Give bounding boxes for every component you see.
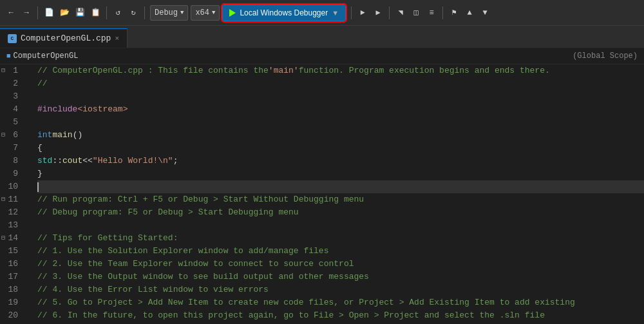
line-number-16: 16 bbox=[0, 258, 24, 271]
line-number-18: 18 bbox=[0, 283, 24, 296]
active-tab[interactable]: C ComputerOpenGL.cpp × bbox=[0, 28, 128, 48]
line-number-5: 5 bbox=[0, 116, 24, 129]
breadcrumb-item: ■ ComputerOpenGL bbox=[6, 52, 78, 61]
panel-icon[interactable]: ≡ bbox=[424, 6, 439, 20]
code-line-10 bbox=[37, 180, 644, 193]
line-number-3: 3 bbox=[0, 90, 24, 103]
code-line-18: // 4. Use the Error List window to view … bbox=[37, 283, 644, 296]
step-over-icon[interactable]: ► bbox=[355, 6, 370, 20]
debug-button-label: Local Windows Debugger bbox=[240, 8, 328, 17]
breadcrumb-bar: ■ ComputerOpenGL (Global Scope) bbox=[0, 48, 644, 64]
prev-bookmark-icon[interactable]: ▲ bbox=[462, 6, 477, 20]
debug-dropdown-arrow[interactable]: ▼ bbox=[332, 9, 339, 17]
redo-icon[interactable]: ↻ bbox=[126, 6, 140, 20]
undo-icon[interactable]: ↺ bbox=[111, 6, 125, 20]
bookmark-icon[interactable]: ⚑ bbox=[447, 6, 461, 20]
save-all-icon[interactable]: 📋 bbox=[88, 6, 102, 20]
line-number-19: 19 bbox=[0, 296, 24, 309]
open-icon[interactable]: 📂 bbox=[57, 6, 71, 20]
code-line-9: } bbox=[37, 167, 644, 180]
code-line-19: // 5. Go to Project > Add New Item to cr… bbox=[37, 296, 644, 309]
line-number-11: ⊟11 bbox=[0, 193, 24, 206]
code-line-16: // 2. Use the Team Explorer window to co… bbox=[37, 258, 644, 271]
new-file-icon[interactable]: 📄 bbox=[42, 6, 56, 20]
line-number-8: 8 bbox=[0, 155, 24, 167]
play-icon bbox=[229, 9, 236, 17]
code-line-2: // bbox=[37, 77, 644, 90]
code-line-15: // 1. Use the Solution Explorer window t… bbox=[37, 245, 644, 258]
code-line-7: { bbox=[37, 142, 644, 155]
line-number-6: ⊟6 bbox=[0, 129, 24, 142]
line-number-10: 10 bbox=[0, 180, 24, 193]
next-bookmark-icon[interactable]: ▼ bbox=[478, 6, 492, 20]
code-line-20: // 6. In the future, to open this projec… bbox=[37, 309, 644, 322]
line-number-14: ⊟14 bbox=[0, 232, 24, 245]
layout-icon[interactable]: ◥ bbox=[393, 6, 408, 20]
code-line-8: std::cout << "Hello World!\n"; bbox=[37, 155, 644, 167]
code-area: ⊟12345⊟678910⊟111213⊟1415161718192021 //… bbox=[0, 64, 644, 324]
code-line-11: // Run program: Ctrl + F5 or Debug > Sta… bbox=[37, 193, 644, 206]
back-icon[interactable]: ← bbox=[4, 6, 18, 20]
toolbar-right-icons: ► ▶ ◥ ◫ ≡ ⚑ ▲ ▼ bbox=[348, 6, 492, 20]
sep3 bbox=[144, 6, 145, 19]
line-number-2: 2 bbox=[0, 77, 24, 90]
code-line-4: #include <iostream> bbox=[37, 103, 644, 116]
code-line-6: int main() bbox=[37, 129, 644, 142]
code-line-1: // ComputerOpenGL.cpp : This file contai… bbox=[37, 64, 644, 77]
code-line-12: // Debug program: F5 or Debug > Start De… bbox=[37, 206, 644, 219]
split-icon[interactable]: ◫ bbox=[409, 6, 423, 20]
code-line-13 bbox=[37, 219, 644, 232]
code-line-3 bbox=[37, 90, 644, 103]
debug-config-dropdown[interactable]: Debug ▼ bbox=[150, 5, 188, 21]
line-number-17: 17 bbox=[0, 271, 24, 283]
line-number-15: 15 bbox=[0, 245, 24, 258]
breadcrumb-icon: ■ bbox=[6, 52, 11, 60]
line-number-9: 9 bbox=[0, 167, 24, 180]
toolbar-left-icons: ← → 📄 📂 💾 📋 ↺ ↻ bbox=[4, 6, 147, 20]
line-number-7: 7 bbox=[0, 142, 24, 155]
tab-filename: ComputerOpenGL.cpp bbox=[21, 33, 111, 43]
code-content[interactable]: // ComputerOpenGL.cpp : This file contai… bbox=[32, 64, 644, 324]
sep2 bbox=[106, 6, 107, 19]
breadcrumb-label[interactable]: ComputerOpenGL bbox=[14, 52, 79, 61]
line-numbers: ⊟12345⊟678910⊟111213⊟1415161718192021 bbox=[0, 64, 32, 324]
debug-config-arrow: ▼ bbox=[180, 10, 184, 16]
save-icon[interactable]: 💾 bbox=[73, 6, 87, 20]
text-cursor bbox=[37, 182, 39, 192]
arch-label: x64 bbox=[195, 8, 209, 17]
code-line-14: // Tips for Getting Started: bbox=[37, 232, 644, 245]
code-line-5 bbox=[37, 116, 644, 129]
line-number-4: 4 bbox=[0, 103, 24, 116]
debug-config-label: Debug bbox=[155, 8, 178, 17]
line-number-1: ⊟1 bbox=[0, 64, 24, 77]
tab-file-icon: C bbox=[8, 34, 17, 43]
sep1 bbox=[37, 6, 38, 19]
toolbar: ← → 📄 📂 💾 📋 ↺ ↻ Debug ▼ x64 ▼ Local Wind… bbox=[0, 0, 644, 26]
arch-arrow: ▼ bbox=[212, 10, 215, 16]
scope-label: (Global Scope) bbox=[573, 52, 638, 61]
sep5 bbox=[389, 6, 390, 19]
line-number-13: 13 bbox=[0, 219, 24, 232]
step-icon2[interactable]: ▶ bbox=[371, 6, 385, 20]
tab-close-button[interactable]: × bbox=[115, 35, 119, 43]
forward-icon[interactable]: → bbox=[19, 6, 33, 20]
sep4 bbox=[351, 6, 352, 19]
code-line-17: // 3. Use the Output window to see build… bbox=[37, 271, 644, 283]
arch-dropdown[interactable]: x64 ▼ bbox=[191, 5, 220, 21]
local-debugger-button[interactable]: Local Windows Debugger ▼ bbox=[222, 5, 346, 21]
line-number-12: 12 bbox=[0, 206, 24, 219]
line-number-20: 20 bbox=[0, 309, 24, 322]
tab-bar: C ComputerOpenGL.cpp × bbox=[0, 26, 644, 48]
sep6 bbox=[442, 6, 443, 19]
